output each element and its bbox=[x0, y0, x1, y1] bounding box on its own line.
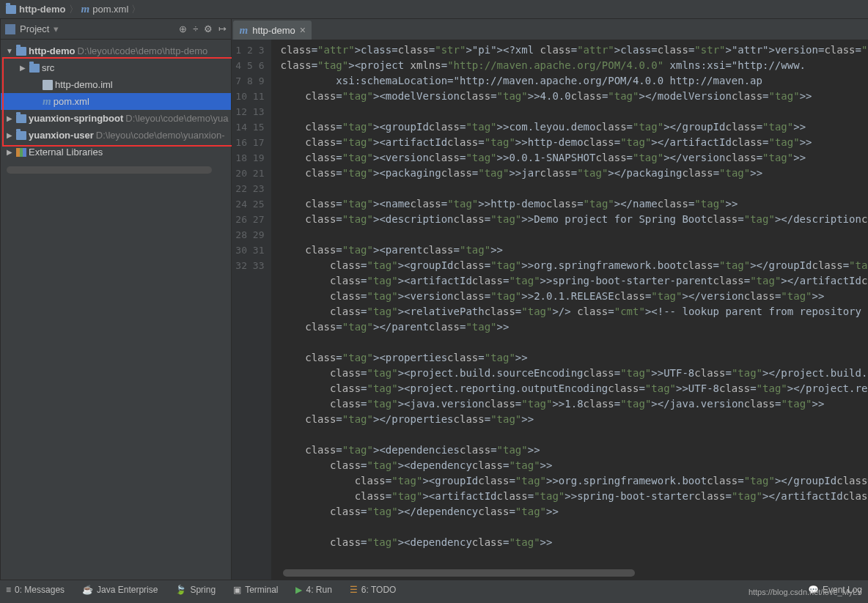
project-tree[interactable]: ▼ http-demo D:\leyou\code\demo\http-demo… bbox=[1, 40, 231, 163]
lib-icon bbox=[16, 148, 26, 157]
maven-file-icon: m bbox=[81, 3, 90, 15]
project-panel: Project ▾ ⊕ ÷ ⚙ ↦ ▼ http-demo D:\leyou\c… bbox=[1, 19, 232, 580]
line-gutter: 1 2 3 4 5 6 7 8 9 10 11 12 13 14 15 16 1… bbox=[232, 40, 271, 580]
tree-path: D:\leyou\code\demo\yuanxion- bbox=[96, 130, 225, 141]
caret-icon[interactable]: ▶ bbox=[5, 131, 14, 139]
tree-label: http-demo.iml bbox=[55, 79, 113, 90]
folder-icon bbox=[16, 131, 26, 140]
watermark-text: https://blog.csdn.net/love_MyLY bbox=[749, 588, 862, 596]
tree-label: http-demo bbox=[29, 45, 76, 56]
tree-row[interactable]: ▶ yuanxion-user D:\leyou\code\demo\yuanx… bbox=[1, 127, 231, 144]
editor-tab[interactable]: m http-demo × bbox=[233, 21, 311, 40]
status-bar: https://blog.csdn.net/love_MyLY bbox=[6, 584, 862, 600]
tree-path: D:\leyou\code\demo\http-demo bbox=[78, 45, 208, 56]
folder-icon bbox=[16, 114, 26, 123]
folder-icon bbox=[16, 47, 26, 56]
chevron-right-icon: 〉 bbox=[131, 3, 141, 16]
collapse-icon[interactable]: ÷ bbox=[193, 23, 198, 34]
breadcrumb-file-label: pom.xml bbox=[92, 4, 128, 15]
dropdown-icon[interactable]: ▾ bbox=[54, 23, 59, 34]
caret-icon[interactable]: ▶ bbox=[5, 114, 14, 122]
editor-area: m http-demo × ✓ 1 2 3 4 5 6 7 8 9 10 11 … bbox=[232, 19, 868, 580]
tree-row[interactable]: ▶ src bbox=[1, 59, 231, 76]
tree-label: pom.xml bbox=[54, 96, 89, 107]
tree-row[interactable]: http-demo.iml bbox=[1, 76, 231, 93]
tree-row[interactable]: ▶ External Libraries bbox=[1, 144, 231, 160]
folder-icon bbox=[6, 5, 16, 14]
caret-icon[interactable]: ▶ bbox=[5, 148, 14, 156]
project-panel-title: Project bbox=[20, 23, 49, 34]
tree-label: yuanxion-user bbox=[29, 130, 94, 141]
horizontal-scrollbar[interactable] bbox=[7, 166, 212, 174]
caret-icon[interactable]: ▶ bbox=[18, 64, 27, 72]
tree-row[interactable]: ▶ yuanxion-springboot D:\leyou\code\demo… bbox=[1, 110, 231, 127]
breadcrumb: http-demo 〉 m pom.xml 〉 bbox=[0, 0, 868, 19]
breadcrumb-project-label: http-demo bbox=[19, 4, 66, 15]
tree-path: D:\leyou\code\demo\yua bbox=[125, 113, 228, 124]
project-icon bbox=[5, 24, 15, 34]
folder-icon bbox=[29, 64, 40, 73]
chevron-right-icon: 〉 bbox=[69, 3, 78, 16]
tree-row[interactable]: m pom.xml bbox=[1, 93, 231, 110]
caret-icon[interactable]: ▼ bbox=[5, 47, 14, 55]
tree-label: External Libraries bbox=[29, 147, 103, 158]
breadcrumb-project[interactable]: http-demo bbox=[6, 4, 66, 15]
m-icon: m bbox=[43, 95, 51, 108]
gear-icon[interactable]: ⚙ bbox=[204, 23, 213, 34]
target-icon[interactable]: ⊕ bbox=[179, 23, 187, 34]
tree-row[interactable]: ▼ http-demo D:\leyou\code\demo\http-demo bbox=[1, 42, 231, 59]
editor-tabs: m http-demo × bbox=[232, 19, 868, 40]
tree-label: src bbox=[42, 62, 54, 73]
project-panel-header: Project ▾ ⊕ ÷ ⚙ ↦ bbox=[1, 19, 231, 40]
file-icon bbox=[43, 80, 53, 90]
close-icon[interactable]: × bbox=[300, 24, 306, 36]
tab-label: http-demo bbox=[252, 25, 295, 36]
code-area[interactable]: class="attr">class=class="str">"pi"><?xm… bbox=[271, 40, 868, 580]
breadcrumb-file[interactable]: m pom.xml bbox=[81, 3, 129, 15]
hide-icon[interactable]: ↦ bbox=[218, 23, 227, 34]
maven-file-icon: m bbox=[239, 24, 248, 37]
horizontal-scrollbar[interactable] bbox=[283, 569, 635, 577]
tree-label: yuanxion-springboot bbox=[29, 113, 123, 124]
